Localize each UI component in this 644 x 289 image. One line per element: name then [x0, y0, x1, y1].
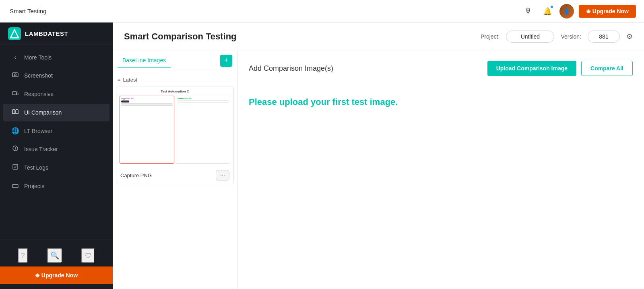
doc-preview: Test Automation C Appium 10 [116, 86, 233, 167]
sidebar-logo: LAMBDATEST [0, 23, 113, 45]
main-layout: LAMBDATEST ‹ More Tools Screenshot Respo… [0, 23, 644, 289]
project-select[interactable]: Untitled [506, 31, 554, 43]
comparison-header: Add Comparison Image(s) Upload Compariso… [249, 61, 633, 76]
svg-rect-8 [16, 110, 18, 114]
comparison-actions: Upload Comparison Image Compare All [487, 61, 633, 76]
version-select[interactable]: 881 [588, 31, 620, 43]
ui-comparison-label: UI Comparison [24, 109, 62, 116]
notification-btn[interactable]: 🔔 [540, 4, 555, 18]
sidebar-more-tools-label: More Tools [24, 54, 52, 61]
svg-rect-3 [12, 73, 18, 77]
settings-icon-btn[interactable]: ⚙ [626, 32, 633, 41]
image-preview: Test Automation C Appium 10 [116, 86, 233, 167]
comparison-title: Add Comparison Image(s) [249, 64, 333, 73]
doc-grid: Appium 10 [120, 96, 230, 164]
lambdatest-logo-icon [8, 27, 21, 40]
line3 [121, 105, 173, 106]
upgrade-bar[interactable]: ⊕ Upgrade Now [0, 266, 113, 284]
svg-rect-6 [17, 93, 18, 95]
baseline-content: ≡ Latest Test Automation C Appium 10 [113, 70, 237, 289]
sidebar-item-test-logs[interactable]: Test Logs [3, 159, 109, 176]
page-header-right: Project: Untitled Version: 881 ⚙ [481, 31, 633, 43]
topbar-right: 🎙 🔔 👤 ⊕ Upgrade Now [521, 4, 636, 18]
filter-icon: ≡ [118, 77, 121, 83]
lt-browser-icon: 🌐 [11, 127, 19, 135]
tab-baseline-images[interactable]: BaseLine Images [118, 54, 171, 68]
sidebar-item-issue-tracker[interactable]: Issue Tracker [3, 140, 109, 158]
svg-rect-12 [13, 164, 18, 169]
image-card-footer: Capture.PNG ··· [116, 167, 233, 184]
doc-preview-title: Test Automation C [120, 90, 230, 93]
topbar-title: Smart Testing [10, 8, 46, 14]
image-card[interactable]: Test Automation C Appium 10 [116, 86, 234, 184]
empty-state-text: Please upload your first test image. [249, 97, 398, 107]
shield-icon-btn[interactable]: 🛡 [81, 248, 95, 263]
sidebar-item-screenshot[interactable]: Screenshot [3, 67, 109, 84]
empty-state: Please upload your first test image. [249, 89, 633, 279]
notification-badge [550, 5, 554, 9]
add-baseline-btn[interactable]: + [220, 55, 232, 67]
sidebar: LAMBDATEST ‹ More Tools Screenshot Respo… [0, 23, 113, 289]
page-header: Smart Comparison Testing Project: Untitl… [113, 23, 644, 51]
upload-comparison-btn[interactable]: Upload Comparison Image [487, 61, 576, 76]
compare-all-btn[interactable]: Compare All [581, 61, 633, 76]
line1 [121, 103, 173, 104]
test-logs-icon [11, 164, 19, 172]
test-logs-label: Test Logs [24, 164, 48, 171]
comparison-area: BaseLine Images + ≡ Latest Test Automati… [113, 51, 644, 289]
version-label: Version: [561, 33, 581, 40]
cell-logo-left: Appium 10 [121, 97, 173, 100]
svg-point-11 [15, 149, 15, 150]
sidebar-item-ui-comparison[interactable]: UI Comparison [3, 104, 109, 121]
cell-logo-right: Selenium 10 [178, 97, 229, 100]
baseline-tabs: BaseLine Images + [113, 51, 237, 70]
image-more-btn[interactable]: ··· [216, 170, 229, 180]
projects-icon [11, 182, 19, 190]
project-label: Project: [481, 33, 500, 40]
sidebar-nav: ‹ More Tools Screenshot Responsive [0, 45, 113, 240]
responsive-icon [11, 90, 19, 98]
sidebar-item-more-tools[interactable]: ‹ More Tools [3, 49, 109, 66]
issue-tracker-icon [11, 145, 19, 153]
sidebar-bottom-icons: ? 🔍 🛡 [0, 245, 113, 266]
rline2 [178, 102, 229, 102]
filter-row: ≡ Latest [116, 74, 234, 86]
sidebar-item-projects[interactable]: Projects [3, 177, 109, 195]
svg-rect-7 [12, 110, 15, 114]
search-icon-btn[interactable]: 🔍 [47, 248, 62, 263]
top-bar: Smart Testing 🎙 🔔 👤 ⊕ Upgrade Now [0, 0, 644, 23]
ui-comparison-icon [11, 109, 19, 117]
help-icon-btn[interactable]: ? [18, 248, 28, 263]
page-title: Smart Comparison Testing [124, 31, 237, 42]
content-area: Smart Comparison Testing Project: Untitl… [113, 23, 644, 289]
sidebar-bottom: ? 🔍 🛡 ⊕ Upgrade Now [0, 240, 113, 289]
rline1 [178, 100, 229, 101]
line2 [121, 105, 173, 105]
lt-browser-label: LT Browser [24, 128, 52, 134]
upgrade-button-top[interactable]: ⊕ Upgrade Now [579, 5, 636, 18]
screenshot-label: Screenshot [24, 72, 53, 79]
cell-lines-right [178, 100, 229, 103]
back-arrow-icon: ‹ [11, 54, 19, 61]
doc-cell-right: Selenium 10 [176, 96, 231, 164]
doc-cell-left: Appium 10 [120, 96, 174, 164]
screenshot-icon [11, 72, 19, 80]
baseline-panel: BaseLine Images + ≡ Latest Test Automati… [113, 51, 237, 289]
cell-badge [121, 100, 129, 102]
svg-rect-5 [12, 92, 17, 95]
sidebar-item-lt-browser[interactable]: 🌐 LT Browser [3, 122, 109, 139]
sidebar-logo-text: LAMBDATEST [25, 30, 68, 37]
issue-tracker-label: Issue Tracker [24, 146, 58, 152]
microphone-btn[interactable]: 🎙 [521, 4, 535, 18]
rline3 [178, 102, 229, 103]
avatar[interactable]: 👤 [559, 4, 574, 18]
cell-lines-left [121, 103, 173, 106]
projects-label: Projects [24, 183, 45, 189]
comparison-right: Add Comparison Image(s) Upload Compariso… [237, 51, 644, 289]
svg-rect-15 [12, 184, 18, 188]
sidebar-item-responsive[interactable]: Responsive [3, 85, 109, 103]
filter-label: Latest [123, 77, 137, 83]
svg-point-4 [14, 74, 17, 76]
responsive-label: Responsive [24, 91, 54, 97]
image-name: Capture.PNG [120, 172, 152, 178]
